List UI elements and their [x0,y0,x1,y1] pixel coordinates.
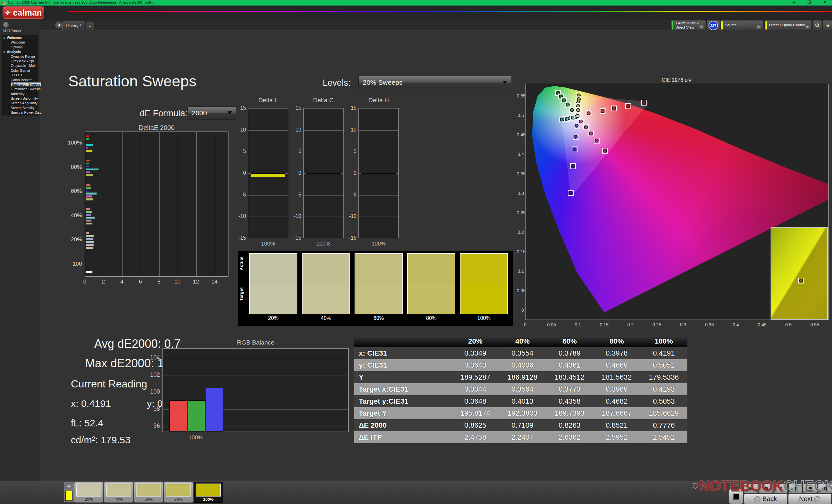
table-row: ΔE 20000.86250.71090.82630.85210.7776 [354,419,687,431]
gridline [122,132,123,276]
table-corner-cell [354,335,452,347]
table-cell: 186.9128 [499,371,546,383]
actual-row-label: Actual [239,265,244,270]
table-cell: 195.8174 [452,407,499,419]
delta-lch-charts: Delta L151050-5-10-15100%Delta C151050-5… [228,97,410,249]
table-cell: 0.3648 [452,395,499,407]
sidebar-item-colorchecker[interactable]: ColorChecker [2,78,38,82]
sidebar-handle-icon[interactable] [3,22,9,28]
gridline [163,358,348,358]
sidebar-item-screen-stability[interactable]: Screen Stability [2,106,38,110]
swatch-label: 40% [302,315,350,321]
gridline [248,152,288,152]
swatch-20% [249,253,297,314]
minimize-button[interactable]: – [789,0,799,5]
source-label: Source [725,23,736,27]
magenta-sweep-measured-marker [595,139,599,143]
sidebar-item-3d-lut[interactable]: 3D LUT [2,73,38,77]
sidebar-item-analysis[interactable]: ◢Analysis [2,49,38,54]
magenta-sweep-measured-marker [603,149,607,152]
y-tick-label: 0.05 [517,288,524,293]
y-tick-label: 102 [145,371,160,378]
table-cell: 0.3349 [452,347,499,359]
row-label: Target x:CIE31 [354,383,452,395]
calman-app-window: Calman 2025 Calman Ultimate for Business… [0,0,832,504]
sidebar-item-saturation-sweeps[interactable]: Saturation Sweeps [2,82,38,87]
gridline [248,195,288,196]
delta_c-bar [306,173,341,174]
x-tick-label: 0.25 [650,322,664,327]
x-tick-label: 0.3 [676,322,690,327]
table-cell: 0.3978 [593,347,640,359]
y-tick-label: 100 [145,388,160,395]
meter-count-badge[interactable]: 237 [706,20,720,30]
workflow-tree: ◢WelcomeWelcomeOptions◢AnalysisDynamic R… [2,34,38,116]
sidebar-item-welcome[interactable]: ◢Welcome [2,35,38,40]
table-cell: 0.3564 [499,383,546,395]
deltae-bar [85,150,93,152]
add-tab-button[interactable]: + [86,22,94,30]
x-category-label: 100% [303,241,343,247]
sidebar-item-screen-angularity[interactable]: Screen Angularity [2,101,38,105]
cie-zoom-inset [771,227,828,320]
gridline [304,195,343,196]
deltae-bar [85,208,90,210]
y-tick-label: -15 [234,235,246,241]
levels-select[interactable]: 20% Sweeps [359,76,511,89]
table-cell: 0.8521 [593,419,640,431]
meter-dropdown[interactable]: X-Rite i1Pro 2Direct View ▼ [671,20,706,30]
y-tick-label: 0.5 [517,113,524,118]
swatch-label: 60% [355,315,403,321]
chart-title: RGB Balance [162,339,349,346]
gridline [304,217,343,217]
tab-history-1[interactable]: History 1 [62,21,85,31]
tree-item-label: Additivity [11,92,24,96]
sidebar-item-grayscale-2pt[interactable]: Grayscale - 2pt [2,59,38,63]
tree-item-label: Welcome [7,36,22,39]
calman-menu-button[interactable]: ❖ calman ▼ [3,6,44,19]
delta_h-bar [361,173,396,174]
calman-logo-icon: ❖ [5,9,11,16]
sidebar-item-luminance-sweeps[interactable]: Luminance Sweeps [2,87,38,91]
sidebar-item-grayscale-multi[interactable]: Grayscale - Multi [2,63,38,68]
display-control-dropdown[interactable]: Direct Display Control ▼ [764,20,812,30]
sidebar-item-additivity[interactable]: Additivity [2,91,38,96]
sidebar-item-welcome[interactable]: Welcome [2,40,38,45]
actual-swatch [303,254,349,284]
tree-item-label: Screen Uniformity [11,96,38,100]
x-tick-label: 0.4 [729,322,743,327]
notebookcheck-logo-icon [692,472,699,500]
sidebar-item-spectral-power-dist-[interactable]: Spectral Power Dist. [2,110,38,115]
table-cell: 0.4669 [593,359,640,371]
rgb-balance-chart: RGB Balance9698100102104100% [143,338,358,445]
badge-count: 237 [708,21,718,30]
table-cell: 189.7393 [546,407,593,419]
table-col-header: 20% [452,335,499,347]
sidebar-item-color-gamut[interactable]: Color Gamut [2,68,38,73]
blue-sweep-measured-marker [574,135,577,139]
close-button[interactable]: ✕ [820,0,830,5]
settings-gear-icon[interactable]: ⚙ [812,20,822,30]
tree-item-label: Screen Angularity [11,101,37,105]
collapse-sidebar-icon[interactable]: ◀ [55,22,62,29]
x-tick-label: 0.1 [571,322,585,327]
restore-button[interactable]: ❐ [804,0,814,5]
deltae-bar [85,160,90,162]
table-cell: 0.3969 [593,383,640,395]
sidebar-item-screen-uniformity[interactable]: Screen Uniformity [2,96,38,101]
tree-item-label: Welcome [11,40,25,44]
chevron-down-icon [502,81,507,84]
source-dropdown[interactable]: Source ▼ [720,20,763,30]
tree-expand-icon[interactable]: ◢ [3,35,5,40]
y-tick-label: 0.2 [517,230,524,235]
collapse-panel-icon[interactable]: ◀ [823,20,832,30]
red-sweep-measured-marker [626,104,630,108]
table-row: Y189.5287186.9128183.4512181.5632179.533… [354,371,687,383]
deltae-bar [85,192,97,195]
current-reading-heading: Current Reading [71,378,147,390]
y-tick-label: 0.35 [517,171,524,176]
tree-expand-icon[interactable]: ◢ [3,49,5,54]
sidebar-item-dynamic-range[interactable]: Dynamic Range [2,54,38,59]
reading-cdm2: cd/m²: 179.53 [71,435,130,446]
sidebar-item-options[interactable]: Options [2,45,38,49]
